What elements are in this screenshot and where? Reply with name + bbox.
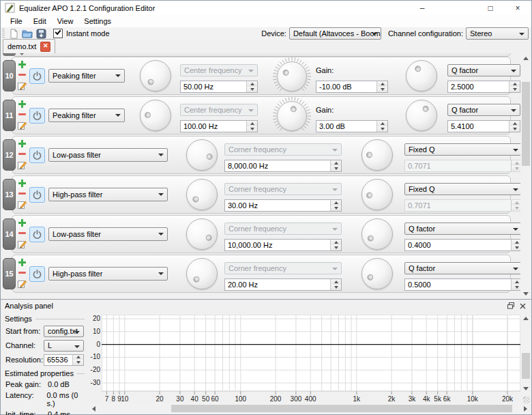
open-file-button[interactable] — [20, 28, 34, 40]
q-parameter-select[interactable]: Q factor — [404, 262, 522, 274]
filter-scrollbar[interactable] — [520, 53, 531, 299]
q-parameter-select[interactable]: Q factor — [404, 223, 522, 235]
q-value-input[interactable]: 0.4000 — [404, 239, 522, 251]
q-value-input[interactable]: 0.5000 — [404, 278, 522, 291]
power-toggle-button[interactable] — [29, 187, 45, 203]
scroll-left-arrow[interactable] — [88, 403, 99, 414]
q-value-input[interactable]: 2.5000 — [447, 81, 520, 93]
gain-value-input[interactable]: 3.00 dB — [316, 120, 388, 132]
graph-vertical-scrollbar[interactable] — [520, 313, 531, 394]
menu-view[interactable]: View — [52, 16, 79, 27]
remove-filter-button[interactable] — [18, 192, 26, 195]
remove-filter-button[interactable] — [18, 113, 26, 115]
spin-up-button[interactable] — [247, 81, 257, 87]
close-panel-icon[interactable] — [520, 303, 526, 309]
spin-up-button[interactable] — [247, 121, 257, 126]
spin-down-button[interactable] — [247, 126, 257, 132]
power-toggle-button[interactable] — [29, 227, 45, 242]
edit-filter-button[interactable] — [18, 240, 27, 250]
resize-grip[interactable] — [523, 397, 530, 403]
scroll-up-arrow[interactable] — [520, 53, 531, 63]
scrollbar-thumb[interactable] — [522, 82, 530, 166]
spin-up-button[interactable] — [331, 200, 341, 205]
analysis-panel-titlebar[interactable]: Analysis panel — [1, 300, 531, 312]
power-toggle-button[interactable] — [29, 68, 45, 84]
frequency-knob[interactable] — [186, 258, 218, 289]
remove-filter-button[interactable] — [18, 74, 26, 76]
spin-up-button[interactable] — [509, 121, 520, 126]
spin-down-button[interactable] — [331, 166, 341, 171]
menu-edit[interactable]: Edit — [28, 16, 52, 27]
frequency-knob[interactable] — [186, 179, 218, 210]
tab-demo-txt[interactable]: demo.txt ✕ — [3, 39, 55, 54]
frequency-knob[interactable] — [140, 60, 171, 91]
spin-up-button[interactable] — [331, 240, 341, 245]
spin-up-button[interactable] — [73, 355, 83, 360]
frequency-value-input[interactable]: 100.00 Hz — [180, 120, 258, 132]
edit-filter-button[interactable] — [18, 200, 27, 210]
q-parameter-select[interactable]: Q factor — [447, 64, 520, 76]
tab-close-icon[interactable]: ✕ — [40, 42, 50, 52]
q-parameter-select[interactable]: Q factor — [447, 104, 520, 116]
spin-down-button[interactable] — [331, 285, 341, 290]
channel-config-select[interactable]: Stereo — [466, 27, 529, 40]
q-knob[interactable] — [361, 179, 393, 210]
filter-type-select[interactable]: High-pass filter — [48, 267, 168, 281]
minimize-button[interactable]: – — [409, 1, 436, 15]
menu-settings[interactable]: Settings — [78, 16, 117, 27]
spin-down-button[interactable] — [331, 205, 341, 211]
add-filter-button[interactable] — [18, 180, 26, 187]
spin-up-button[interactable] — [377, 81, 387, 87]
spin-up-button[interactable] — [377, 121, 387, 126]
power-toggle-button[interactable] — [29, 266, 45, 282]
q-parameter-select[interactable]: Fixed Q — [404, 183, 522, 195]
spin-down-button[interactable] — [331, 245, 341, 251]
spin-up-button[interactable] — [509, 81, 520, 87]
remove-filter-button[interactable] — [18, 272, 26, 274]
add-filter-button[interactable] — [18, 140, 26, 147]
q-knob[interactable] — [406, 100, 437, 131]
float-panel-icon[interactable] — [507, 302, 514, 309]
filter-type-select[interactable]: Peaking filter — [48, 69, 125, 83]
edit-filter-button[interactable] — [18, 279, 27, 289]
q-knob[interactable] — [406, 60, 437, 91]
resolution-input[interactable]: 65536 — [44, 354, 84, 366]
add-filter-button[interactable] — [18, 100, 26, 108]
gain-knob[interactable] — [272, 57, 312, 96]
scrollbar-thumb[interactable] — [171, 405, 512, 412]
scroll-right-arrow[interactable] — [520, 403, 531, 414]
toolbar-drag-handle[interactable] — [2, 29, 5, 38]
edit-filter-button[interactable] — [18, 81, 27, 91]
power-toggle-button[interactable] — [29, 108, 45, 124]
frequency-knob[interactable] — [186, 218, 218, 250]
filter-type-select[interactable]: Low-pass filter — [48, 227, 168, 241]
frequency-value-input[interactable]: 8,000.00 Hz — [224, 160, 342, 172]
spin-down-button[interactable] — [509, 87, 520, 92]
gain-knob[interactable] — [272, 96, 312, 136]
q-knob[interactable] — [361, 218, 393, 250]
graph-horizontal-scrollbar[interactable] — [88, 403, 531, 414]
spin-up-button[interactable] — [331, 160, 341, 166]
edit-filter-button[interactable] — [18, 160, 27, 171]
scroll-down-arrow[interactable] — [520, 384, 531, 394]
remove-filter-button[interactable] — [18, 153, 26, 155]
spin-down-button[interactable] — [377, 126, 387, 132]
spin-down-button[interactable] — [247, 87, 257, 92]
spin-down-button[interactable] — [377, 87, 387, 92]
instant-mode-toggle[interactable]: Instant mode — [53, 29, 110, 38]
add-filter-button[interactable] — [18, 219, 26, 227]
remove-filter-button[interactable] — [18, 232, 26, 234]
frequency-knob[interactable] — [140, 100, 171, 131]
power-toggle-button[interactable] — [29, 147, 45, 163]
add-filter-button[interactable] — [18, 61, 26, 68]
frequency-value-input[interactable]: 30.00 Hz — [224, 199, 342, 212]
new-file-button[interactable] — [7, 28, 20, 40]
device-select[interactable]: Default (Altavoces - Boom Audio) — [289, 27, 381, 40]
frequency-value-input[interactable]: 20.00 Hz — [224, 278, 342, 291]
gain-value-input[interactable]: -10.00 dB — [316, 81, 388, 93]
frequency-value-input[interactable]: 50.00 Hz — [180, 81, 258, 93]
q-knob[interactable] — [361, 258, 393, 289]
filter-type-select[interactable]: Peaking filter — [48, 109, 125, 122]
edit-filter-button[interactable] — [18, 121, 27, 131]
spin-up-button[interactable] — [331, 279, 341, 285]
